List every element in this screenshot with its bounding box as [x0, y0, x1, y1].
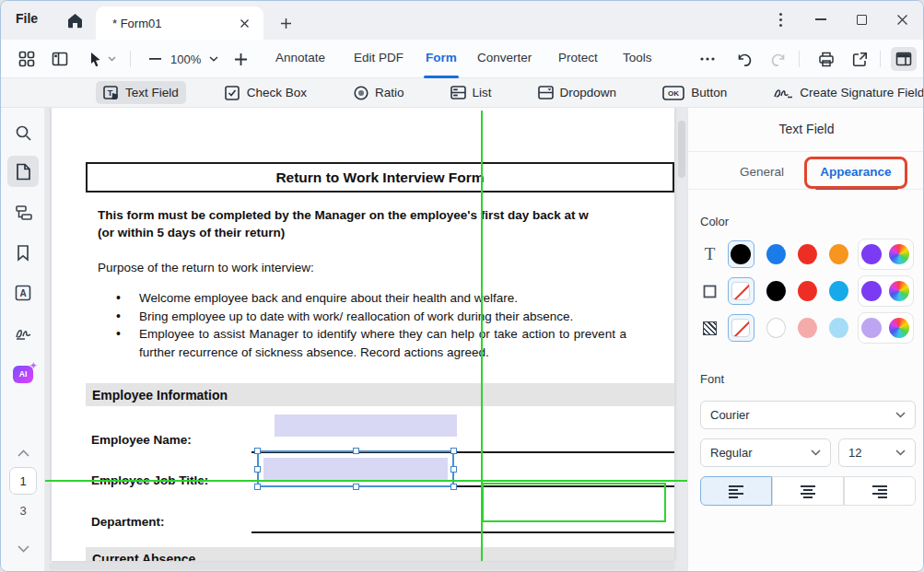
page-down-icon[interactable] [7, 533, 39, 565]
resize-handle-w[interactable] [254, 466, 261, 473]
tool-check-box[interactable]: Check Box [217, 81, 314, 104]
document-title: Return to Work Interview Form [275, 169, 484, 186]
outline-icon[interactable] [7, 197, 39, 228]
bullet-item: Employee to assist Manager to identify w… [114, 325, 626, 361]
tab-close-icon[interactable] [234, 13, 254, 33]
select-tool-dropdown-icon[interactable] [104, 47, 119, 71]
horizontal-alignment-guide [45, 480, 687, 482]
undo-icon[interactable] [731, 47, 757, 71]
align-center-button[interactable] [772, 476, 844, 506]
color-picker-icon[interactable] [889, 318, 909, 338]
text-color-selected[interactable] [728, 240, 754, 268]
search-icon[interactable] [7, 117, 39, 148]
signature-icon[interactable] [7, 318, 39, 349]
tool-ratio[interactable]: Ratio [345, 81, 412, 104]
swatch-light-purple[interactable] [861, 318, 882, 338]
svg-text:A: A [19, 288, 26, 298]
home-button[interactable] [62, 8, 88, 32]
more-menus-icon[interactable] [695, 47, 720, 71]
export-icon[interactable] [847, 47, 872, 71]
vertical-scrollbar-thumb[interactable] [678, 121, 685, 178]
resize-handle-s[interactable] [353, 484, 359, 490]
resize-handle-se[interactable] [450, 484, 457, 490]
close-button[interactable] [888, 6, 916, 32]
font-style-select[interactable]: Regular [700, 438, 831, 467]
tool-list[interactable]: List [443, 81, 499, 104]
font-size-select[interactable]: 12 [838, 438, 916, 467]
print-icon[interactable] [813, 47, 839, 71]
border-color-selected[interactable] [728, 277, 754, 305]
resize-handle-n[interactable] [353, 448, 359, 454]
resize-handle-nw[interactable] [254, 448, 261, 454]
swatch-red[interactable] [798, 281, 817, 301]
tool-create-signature-field[interactable]: Create Signature Field [766, 81, 924, 104]
menu-edit-pdf[interactable]: Edit PDF [354, 51, 404, 64]
zoom-dropdown-icon[interactable] [205, 47, 222, 71]
ai-assistant-icon[interactable]: AI✦ [7, 358, 39, 390]
signature-field-icon [773, 85, 793, 100]
panel-layout-icon[interactable] [47, 47, 73, 71]
document-title-box: Return to Work Interview Form [86, 162, 674, 193]
swatch-pink[interactable] [798, 318, 817, 338]
resize-handle-sw[interactable] [254, 484, 261, 490]
tool-button[interactable]: OK Button [655, 81, 734, 104]
form-tools-toolbar: T Text Field Check Box Ratio List [1, 78, 923, 108]
menu-converter[interactable]: Converter [477, 51, 532, 64]
titlebar-menu-icon[interactable] [766, 6, 794, 32]
no-color-icon[interactable] [731, 282, 750, 300]
document-viewport[interactable]: Return to Work Interview Form This form … [45, 108, 687, 572]
swatch-white[interactable] [766, 318, 786, 338]
current-page-input[interactable]: 1 [9, 467, 37, 495]
zoom-in-button[interactable] [228, 47, 253, 71]
page-up-icon[interactable] [7, 438, 39, 469]
align-right-button[interactable] [844, 476, 916, 506]
swatch-purple[interactable] [861, 281, 882, 301]
custom-color-group [858, 275, 914, 307]
document-tab[interactable]: * Form01 [96, 6, 263, 40]
swatch-blue[interactable] [766, 244, 786, 264]
horizontal-scrollbar-thumb[interactable] [49, 563, 675, 570]
zoom-level[interactable]: 100% [170, 53, 201, 66]
bookmark-icon[interactable] [7, 237, 39, 268]
resize-handle-ne[interactable] [450, 448, 457, 454]
text-field-widget-employee-name[interactable] [275, 414, 457, 437]
menu-protect[interactable]: Protect [558, 51, 598, 64]
fill-color-type-icon [700, 321, 719, 335]
menu-tools[interactable]: Tools [623, 51, 652, 64]
minimize-button[interactable] [807, 6, 835, 32]
resize-handle-e[interactable] [450, 466, 457, 473]
color-picker-icon[interactable] [889, 244, 909, 264]
page-thumbnails-icon[interactable] [7, 156, 39, 187]
swatch-light-blue[interactable] [829, 318, 848, 338]
home-icon [66, 13, 84, 29]
swatch-orange[interactable] [829, 244, 848, 264]
annotation-stamp-icon[interactable]: A [7, 277, 39, 309]
menu-annotate[interactable]: Annotate [275, 51, 325, 64]
font-family-select[interactable]: Courier [700, 401, 916, 429]
label-employee-name: Employee Name: [91, 433, 192, 447]
menu-form[interactable]: Form [426, 51, 457, 64]
swatch-purple[interactable] [861, 244, 882, 264]
properties-panel-toggle-icon[interactable] [891, 47, 917, 71]
fill-color-selected[interactable] [728, 314, 754, 342]
tool-dropdown[interactable]: Dropdown [531, 81, 625, 104]
align-left-button[interactable] [700, 476, 772, 506]
selected-text-field-widget[interactable] [257, 450, 454, 487]
tool-text-field[interactable]: T Text Field [96, 81, 186, 104]
no-color-icon[interactable] [731, 319, 750, 337]
color-picker-icon[interactable] [889, 281, 909, 301]
grid-view-icon[interactable] [14, 47, 40, 71]
swatch-cyan[interactable] [829, 281, 848, 301]
new-tab-button[interactable] [275, 13, 296, 33]
tab-title: * Form01 [112, 17, 234, 30]
border-color-type-icon [700, 285, 719, 298]
appearance-highlight-callout [804, 157, 907, 189]
swatch-red[interactable] [798, 244, 817, 264]
swatch-black[interactable] [766, 281, 786, 301]
redo-icon[interactable] [765, 47, 790, 71]
file-menu[interactable]: File [16, 11, 38, 26]
swatch-black[interactable] [731, 244, 751, 264]
zoom-out-button[interactable] [142, 47, 168, 71]
maximize-button[interactable] [848, 6, 875, 32]
tab-general[interactable]: General [716, 165, 808, 179]
